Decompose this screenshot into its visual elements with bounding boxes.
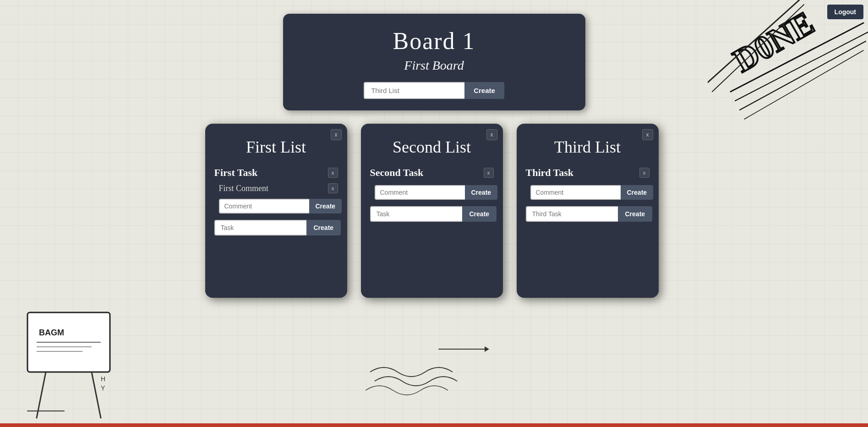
task-close-button-first[interactable]: x [328, 168, 338, 178]
task-create-row-first: Create [214, 220, 338, 235]
svg-line-6 [712, 5, 804, 92]
board-header: Board 1 First Board Create [283, 14, 585, 110]
task-header-third: Third Task x [526, 164, 650, 181]
create-list-row: Create [301, 82, 567, 99]
lists-container: x First List First Task x First Comment … [205, 124, 663, 298]
list-close-button-first[interactable]: x [331, 129, 342, 140]
create-list-button[interactable]: Create [464, 82, 504, 99]
comment-input-first[interactable] [219, 199, 309, 214]
comment-create-button-third[interactable]: Create [621, 185, 654, 200]
task-item-second: Second Task x Create [370, 164, 494, 200]
svg-text:BAGM: BAGM [39, 328, 64, 337]
svg-line-5 [708, 0, 799, 82]
list-card-first: x First List First Task x First Comment … [205, 124, 347, 298]
task-create-button-first[interactable]: Create [306, 220, 341, 235]
task-name-second: Second Task [370, 167, 424, 179]
svg-line-2 [735, 32, 868, 101]
task-create-row-second: Create [370, 206, 494, 222]
comment-create-row-third: Create [530, 185, 650, 200]
svg-line-4 [744, 50, 863, 119]
task-input-second[interactable] [370, 206, 462, 222]
svg-rect-7 [27, 312, 110, 372]
comment-create-row-first: Create [219, 199, 338, 214]
svg-text:D0NE: D0NE [727, 5, 820, 79]
task-item-first: First Task x First Comment x Create [214, 164, 338, 214]
task-name-third: Third Task [526, 167, 574, 179]
task-header-second: Second Task x [370, 164, 494, 181]
task-create-row-third: Create [526, 206, 650, 222]
list-card-third: x Third List Third Task x Create Create [517, 124, 659, 298]
task-close-button-third[interactable]: x [639, 168, 650, 178]
comment-close-button-first[interactable]: x [328, 183, 338, 193]
comment-create-row-second: Create [375, 185, 494, 200]
task-item-third: Third Task x Create [526, 164, 650, 200]
bottom-bar [0, 423, 868, 427]
create-list-input[interactable] [364, 82, 464, 99]
svg-line-13 [92, 372, 101, 418]
svg-text:Y: Y [101, 384, 105, 392]
list-title-second: Second List [370, 137, 494, 157]
svg-text:H: H [101, 375, 105, 383]
task-close-button-second[interactable]: x [484, 168, 494, 178]
list-close-button-third[interactable]: x [642, 129, 653, 140]
task-create-button-third[interactable]: Create [618, 206, 653, 222]
svg-line-3 [740, 41, 866, 110]
comment-create-button-second[interactable]: Create [465, 185, 498, 200]
logout-button[interactable]: Logout [827, 5, 863, 19]
comment-input-third[interactable] [530, 185, 621, 200]
comment-create-button-first[interactable]: Create [309, 199, 342, 214]
task-input-first[interactable] [214, 220, 306, 235]
list-card-second: x Second List Second Task x Create Creat… [361, 124, 503, 298]
list-close-button-second[interactable]: x [486, 129, 497, 140]
task-create-button-second[interactable]: Create [462, 206, 497, 222]
task-name-first: First Task [214, 167, 258, 179]
board-subtitle: First Board [301, 58, 567, 73]
task-input-third[interactable] [526, 206, 618, 222]
svg-marker-18 [485, 346, 489, 352]
svg-line-12 [37, 372, 46, 418]
comment-input-second[interactable] [375, 185, 465, 200]
task-header-first: First Task x [214, 164, 338, 181]
list-title-first: First List [214, 137, 338, 157]
comment-item-first: First Comment x [219, 181, 338, 195]
board-title: Board 1 [301, 27, 567, 55]
list-title-third: Third List [526, 137, 650, 157]
comment-text-first: First Comment [219, 184, 269, 193]
svg-line-1 [731, 23, 863, 92]
